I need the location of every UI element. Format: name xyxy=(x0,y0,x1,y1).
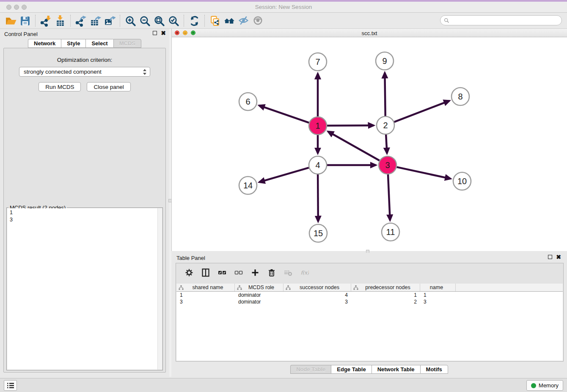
edge-3-11[interactable] xyxy=(388,174,390,220)
node-10[interactable]: 10 xyxy=(453,172,471,190)
run-mcds-button[interactable]: Run MCDS xyxy=(39,82,81,91)
select-all-icon[interactable] xyxy=(217,268,227,277)
mcds-result-item[interactable]: 3 xyxy=(10,216,157,224)
network-window-titlebar[interactable]: ✕ − + scc.txt xyxy=(172,29,567,37)
zoom-fit-icon[interactable] xyxy=(152,14,166,27)
mcds-result-item[interactable]: 1 xyxy=(10,209,157,216)
result-scrollbar[interactable] xyxy=(157,208,162,370)
edge-2-3[interactable] xyxy=(386,135,387,153)
float-panel-icon[interactable] xyxy=(548,255,552,259)
column-header-name[interactable]: name xyxy=(420,284,456,291)
table-cell[interactable]: 1 xyxy=(176,292,235,298)
close-panel-button[interactable]: Close panel xyxy=(87,82,130,91)
node-6[interactable]: 6 xyxy=(239,93,257,110)
edge-2-8[interactable] xyxy=(394,101,449,122)
import-network-icon[interactable] xyxy=(39,14,53,27)
import-table-icon[interactable] xyxy=(53,14,67,27)
hide-labels-icon[interactable] xyxy=(237,14,251,27)
home-icon[interactable] xyxy=(222,14,237,27)
node-7[interactable]: 7 xyxy=(309,53,327,71)
column-header-shared-name[interactable]: shared name xyxy=(176,284,235,291)
node-1[interactable]: 1 xyxy=(309,117,327,135)
table-cell[interactable]: 1 xyxy=(351,292,420,298)
network-graph-canvas[interactable]: 7968124314101511 xyxy=(172,37,567,251)
svg-text:6: 6 xyxy=(245,97,250,106)
table-cell[interactable]: dominator xyxy=(235,292,284,298)
close-panel-icon[interactable]: ✖ xyxy=(161,31,166,35)
open-folder-icon[interactable] xyxy=(3,14,18,27)
columns-icon[interactable] xyxy=(201,268,210,277)
duplicate-network-icon[interactable] xyxy=(208,14,222,27)
export-image-icon[interactable] xyxy=(102,14,117,27)
toolbar-separator xyxy=(35,15,36,27)
edge-4-14[interactable] xyxy=(259,168,309,182)
refresh-icon[interactable] xyxy=(187,14,201,27)
zoom-out-icon[interactable] xyxy=(138,14,152,27)
window-accent-strip xyxy=(0,0,567,2)
table-cell[interactable]: 3 xyxy=(284,298,351,305)
close-panel-icon[interactable]: ✖ xyxy=(556,255,561,259)
column-header-predecessor-nodes[interactable]: predecessor nodes xyxy=(351,284,420,291)
search-box[interactable] xyxy=(440,15,562,25)
tab-node-table[interactable]: Node Table xyxy=(290,365,331,374)
tab-select[interactable]: Select xyxy=(85,39,113,48)
trash-icon[interactable] xyxy=(267,268,276,277)
zoom-selected-icon[interactable] xyxy=(166,14,181,27)
table-cell[interactable]: 3 xyxy=(176,298,235,305)
app-titlebar: Session: New Session xyxy=(0,0,567,13)
save-icon[interactable] xyxy=(18,14,32,27)
node-9[interactable]: 9 xyxy=(376,52,394,70)
control-panel-tabbar: NetworkStyleSelectMCDS xyxy=(0,39,169,48)
tab-network-table[interactable]: Network Table xyxy=(372,365,420,374)
float-panel-icon[interactable] xyxy=(153,31,157,35)
svg-text:f(x): f(x) xyxy=(301,270,309,276)
zoom-in-icon[interactable] xyxy=(123,14,138,27)
node-11[interactable]: 11 xyxy=(382,223,399,241)
edge-3-10[interactable] xyxy=(397,167,451,179)
task-history-button[interactable] xyxy=(4,380,17,391)
select-none-icon[interactable] xyxy=(234,268,243,277)
svg-text:2: 2 xyxy=(383,121,388,130)
table-row[interactable]: 3dominator323 xyxy=(176,298,563,305)
node-4[interactable]: 4 xyxy=(309,156,327,174)
node-8[interactable]: 8 xyxy=(451,88,469,105)
memory-button[interactable]: Memory xyxy=(526,380,563,391)
table-cell[interactable]: 3 xyxy=(420,298,456,305)
search-input[interactable] xyxy=(449,16,561,25)
tree-column-icon xyxy=(286,285,291,290)
svg-text:8: 8 xyxy=(458,92,462,101)
edge-1-2[interactable] xyxy=(327,125,374,126)
export-table-icon[interactable] xyxy=(88,14,102,27)
tab-style[interactable]: Style xyxy=(61,39,85,48)
criterion-dropdown[interactable]: strongly connected component xyxy=(19,67,150,77)
table-cell[interactable]: 4 xyxy=(284,292,351,298)
tab-mcds[interactable]: MCDS xyxy=(113,39,141,48)
tab-motifs[interactable]: Motifs xyxy=(420,365,448,374)
table-panel-title: Table Panel xyxy=(176,255,205,261)
birds-eye-icon[interactable] xyxy=(251,14,265,27)
table-panel: Table Panel ✖ f(x) shared nameMCDS roles… xyxy=(171,253,567,377)
table-row[interactable]: 1dominator411 xyxy=(176,292,563,298)
table-cell[interactable]: dominator xyxy=(235,298,284,305)
gear-icon[interactable] xyxy=(184,268,194,277)
node-14[interactable]: 14 xyxy=(239,177,257,194)
node-15[interactable]: 15 xyxy=(309,224,327,242)
edge-2-9[interactable] xyxy=(385,73,385,116)
mcds-result-list[interactable]: 13 xyxy=(7,208,157,370)
node-2[interactable]: 2 xyxy=(377,116,394,134)
table-header-row: shared nameMCDS rolesuccessor nodesprede… xyxy=(176,284,563,292)
node-3[interactable]: 3 xyxy=(379,156,396,174)
tab-network[interactable]: Network xyxy=(28,39,61,48)
edge-1-6[interactable] xyxy=(259,105,309,123)
toolbar-separator xyxy=(120,15,120,27)
table-cell[interactable]: 1 xyxy=(420,292,456,298)
edge-3-1[interactable] xyxy=(328,132,379,160)
edge-4-15[interactable] xyxy=(318,174,318,221)
table-cell[interactable]: 2 xyxy=(351,298,420,305)
column-header-MCDS-role[interactable]: MCDS role xyxy=(235,284,284,291)
column-header-successor-nodes[interactable]: successor nodes xyxy=(284,284,351,291)
plus-icon[interactable] xyxy=(250,268,260,277)
svg-text:10: 10 xyxy=(457,177,467,186)
export-network-icon[interactable] xyxy=(74,14,88,27)
tab-edge-table[interactable]: Edge Table xyxy=(331,365,371,374)
